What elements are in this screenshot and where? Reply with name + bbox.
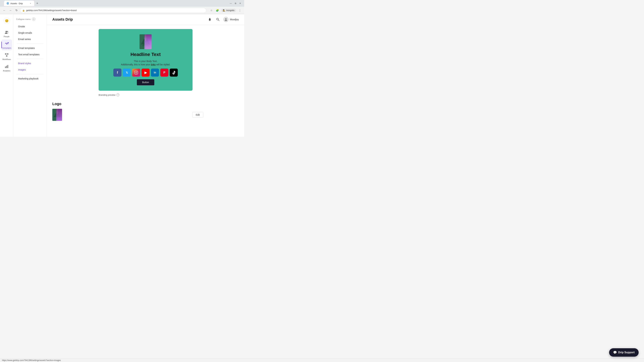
sub-nav-marketing-playbook[interactable]: Marketing playbook <box>15 76 46 82</box>
svg-point-20 <box>144 37 147 40</box>
sidebar-item-analytics-label: Analytics <box>3 70 10 72</box>
avatar <box>223 17 228 22</box>
svg-rect-19 <box>146 34 152 49</box>
menu-button[interactable]: ⋮ <box>238 8 242 13</box>
refresh-button[interactable]: ↻ <box>14 8 19 13</box>
tab-favicon: 🌀 <box>6 2 9 5</box>
svg-rect-11 <box>6 66 7 68</box>
tab-close-button[interactable]: × <box>29 2 32 5</box>
logo-preview-image <box>52 109 62 121</box>
linkedin-social-icon[interactable]: in <box>151 68 159 77</box>
svg-point-27 <box>56 111 58 113</box>
user-name: Moodjoy <box>230 18 239 21</box>
lock-icon: 🔒 <box>22 9 25 11</box>
search-button[interactable] <box>215 17 220 22</box>
instagram-social-icon[interactable] <box>132 68 140 77</box>
svg-rect-22 <box>134 71 138 74</box>
sub-nav-email-templates[interactable]: Email templates <box>15 45 46 51</box>
workflows-icon <box>4 52 10 58</box>
minimize-button[interactable]: — <box>229 1 233 5</box>
facebook-social-icon[interactable]: f <box>113 68 122 77</box>
edit-logo-button[interactable]: Edit <box>192 112 203 118</box>
browser-tab[interactable]: 🌀 Assets · Drip × <box>4 1 34 6</box>
preview-body-suffix: will be styled. <box>156 63 170 66</box>
preview-body-link[interactable]: links <box>151 63 156 66</box>
svg-rect-25 <box>52 109 57 121</box>
svg-point-17 <box>225 18 226 19</box>
twitter-social-icon[interactable]: 𝕏 <box>123 68 131 77</box>
svg-point-4 <box>8 42 9 43</box>
brand-preview-card: Headline Text This is your Body Text. Ad… <box>98 29 192 91</box>
svg-rect-21 <box>145 34 146 41</box>
preview-headline: Headline Text <box>130 52 161 57</box>
preview-body-text2: Additionally, this is how your links wil… <box>121 63 170 66</box>
preview-body: This is your Body Text. Additionally, th… <box>121 60 170 66</box>
social-icons-row: f 𝕏 ▶ in P <box>113 68 178 77</box>
sub-nav-images[interactable]: Images <box>15 67 46 73</box>
forward-button[interactable]: → <box>8 8 13 13</box>
svg-rect-28 <box>57 109 58 114</box>
page-title: Assets Drip <box>52 17 73 22</box>
extensions-button[interactable]: 🧩 <box>215 8 220 13</box>
user-menu[interactable]: Moodjoy <box>223 17 239 22</box>
sidebar-item-people-label: People <box>4 35 10 37</box>
logo-row: Edit <box>52 109 203 121</box>
svg-rect-12 <box>8 65 8 68</box>
main-header: Assets Drip <box>47 14 244 25</box>
analytics-icon <box>4 64 10 69</box>
incognito-icon: 🕵️ <box>223 9 225 11</box>
youtube-social-icon[interactable]: ▶ <box>142 68 150 77</box>
svg-text:😊: 😊 <box>5 19 9 23</box>
svg-point-24 <box>137 71 137 72</box>
branding-preview-text: Branding preview <box>98 94 116 96</box>
logo-section: Logo Edit <box>52 102 239 121</box>
help-icon[interactable]: ? <box>116 93 120 96</box>
incognito-label: Incognito <box>226 9 234 11</box>
svg-point-23 <box>136 72 137 73</box>
svg-rect-14 <box>210 20 210 21</box>
sidebar-item-analytics[interactable]: Analytics <box>1 62 12 73</box>
icon-sidebar: 😊 People <box>0 14 14 137</box>
collapse-menu-icon: ⊙ <box>32 17 36 21</box>
svg-rect-10 <box>5 66 6 68</box>
tab-title: Assets · Drip <box>10 2 23 5</box>
sub-nav-divider-1 <box>17 43 44 44</box>
sub-nav-email-series[interactable]: Email series <box>15 36 46 42</box>
svg-rect-5 <box>5 53 6 55</box>
sidebar-item-campaigns[interactable]: Campaigns <box>1 39 12 50</box>
sidebar-item-workflows[interactable]: Workflows <box>1 51 12 62</box>
svg-point-2 <box>6 31 7 32</box>
active-indicator <box>1 41 2 48</box>
close-button[interactable]: ✕ <box>238 1 242 5</box>
drip-logo: 😊 <box>3 17 11 25</box>
incognito-button[interactable]: 🕵️ Incognito <box>221 8 236 12</box>
collapse-menu-button[interactable]: Collapse menu ⊙ <box>14 16 47 22</box>
sub-nav-divider-2 <box>17 59 44 59</box>
url-text: getdrip.com/7641396/settings/assets?sect… <box>26 9 77 11</box>
svg-rect-6 <box>7 53 8 55</box>
svg-point-3 <box>7 31 8 32</box>
sub-navigation: Collapse menu ⊙ Onsite Single emails Ema… <box>14 14 47 137</box>
branding-preview-label: Branding preview ? <box>98 93 192 96</box>
notification-button[interactable] <box>207 17 212 22</box>
sub-nav-single-emails[interactable]: Single emails <box>15 30 46 36</box>
collapse-menu-label: Collapse menu <box>16 18 31 20</box>
maximize-button[interactable]: ⧉ <box>234 1 238 5</box>
preview-logo-image <box>140 34 152 49</box>
bookmark-button[interactable]: ☆ <box>209 8 214 13</box>
pinterest-social-icon[interactable]: P <box>160 68 168 77</box>
people-icon <box>4 29 10 35</box>
sub-nav-onsite[interactable]: Onsite <box>15 23 46 29</box>
sub-nav-text-email-templates[interactable]: Text email templates <box>15 51 46 57</box>
preview-cta-button[interactable]: Button <box>137 79 154 85</box>
sub-nav-brand-styles[interactable]: Brand styles <box>15 60 46 66</box>
back-button[interactable]: ← <box>2 8 7 13</box>
svg-rect-26 <box>57 109 62 121</box>
tiktok-social-icon[interactable] <box>170 68 178 77</box>
main-content: Assets Drip <box>47 14 244 137</box>
sidebar-item-people[interactable]: People <box>1 28 12 39</box>
address-bar[interactable]: 🔒 getdrip.com/7641396/settings/assets?se… <box>20 8 206 13</box>
header-actions: Moodjoy <box>207 17 239 22</box>
new-tab-button[interactable]: + <box>35 1 40 6</box>
preview-body-text1: This is your Body Text. <box>121 60 170 62</box>
